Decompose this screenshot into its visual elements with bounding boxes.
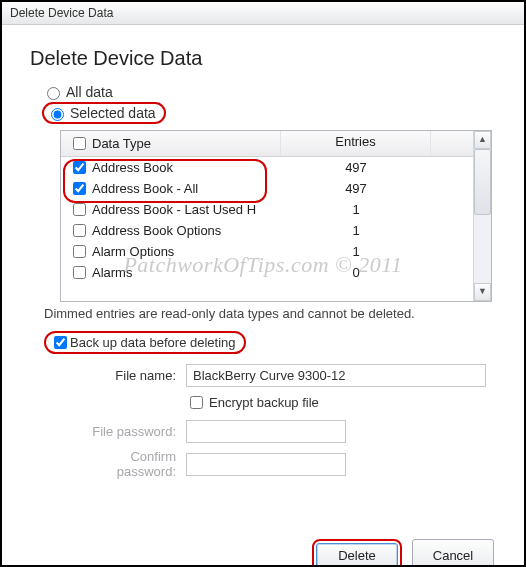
highlight-delete-button: Delete [312, 539, 402, 567]
backup-before-delete-checkbox[interactable]: Back up data before deleting [50, 333, 236, 352]
file-password-input [186, 420, 346, 443]
row-label: Address Book - Last Used H [92, 202, 256, 217]
table-row[interactable]: Alarms0 [61, 262, 473, 283]
encrypt-checkbox-label: Encrypt backup file [209, 395, 319, 410]
row-label: Address Book Options [92, 223, 221, 238]
delete-button[interactable]: Delete [316, 543, 398, 567]
scope-selected-radio-input[interactable] [51, 108, 64, 121]
dialog-buttons: Delete Cancel [26, 539, 500, 567]
table-header: Data Type Entries [61, 131, 473, 157]
row-checkbox[interactable] [73, 161, 86, 174]
backup-checkbox-label: Back up data before deleting [70, 335, 236, 350]
scroll-thumb[interactable] [474, 149, 491, 215]
col-header-data-type[interactable]: Data Type [61, 131, 281, 156]
scroll-up-button[interactable]: ▲ [474, 131, 491, 149]
encrypt-checkbox-input[interactable] [190, 396, 203, 409]
scope-all-data-radio[interactable]: All data [42, 84, 500, 100]
row-entries: 1 [281, 243, 431, 260]
row-checkbox[interactable] [73, 203, 86, 216]
row-label: Address Book [92, 160, 173, 175]
row-entries: 1 [281, 201, 431, 218]
row-entries: 497 [281, 159, 431, 176]
row-entries: 1 [281, 222, 431, 239]
window-titlebar: Delete Device Data [2, 2, 524, 25]
confirm-password-input [186, 453, 346, 476]
data-types-table: Data Type Entries Address Book497Address… [60, 130, 492, 302]
table-row[interactable]: Address Book Options1 [61, 220, 473, 241]
scope-selected-label: Selected data [70, 105, 156, 121]
file-name-input[interactable] [186, 364, 486, 387]
file-password-label: File password: [76, 424, 186, 439]
scroll-track[interactable] [474, 215, 491, 283]
scroll-down-button[interactable]: ▼ [474, 283, 491, 301]
file-name-row: File name: [76, 364, 500, 387]
confirm-password-row: Confirm password: [76, 449, 500, 479]
select-all-checkbox[interactable] [73, 137, 86, 150]
row-checkbox[interactable] [73, 182, 86, 195]
scope-selected-data-radio[interactable]: Selected data [46, 105, 156, 121]
table-row[interactable]: Address Book - All497 [61, 178, 473, 199]
file-password-row: File password: [76, 420, 500, 443]
col-header-entries[interactable]: Entries [281, 131, 431, 156]
table-row[interactable]: Address Book497 [61, 157, 473, 178]
row-checkbox[interactable] [73, 266, 86, 279]
highlight-selected-data: Selected data [42, 102, 166, 124]
encrypt-backup-checkbox[interactable]: Encrypt backup file [186, 393, 319, 412]
row-checkbox[interactable] [73, 245, 86, 258]
row-label: Alarms [92, 265, 132, 280]
window-title: Delete Device Data [10, 6, 113, 20]
cancel-button[interactable]: Cancel [412, 539, 494, 567]
scope-all-radio-input[interactable] [47, 87, 60, 100]
row-checkbox[interactable] [73, 224, 86, 237]
scope-all-label: All data [66, 84, 113, 100]
row-entries: 0 [281, 264, 431, 281]
table-scrollbar[interactable]: ▲ ▼ [473, 131, 491, 301]
row-label: Alarm Options [92, 244, 174, 259]
col-header-extra [431, 131, 473, 156]
backup-checkbox-input[interactable] [54, 336, 67, 349]
highlight-backup-checkbox: Back up data before deleting [44, 331, 246, 354]
dialog-content: Delete Device Data All data Selected dat… [2, 25, 524, 567]
file-name-label: File name: [76, 368, 186, 383]
row-label: Address Book - All [92, 181, 198, 196]
row-entries: 497 [281, 180, 431, 197]
confirm-password-label: Confirm password: [76, 449, 186, 479]
page-title: Delete Device Data [30, 47, 500, 70]
table-row[interactable]: Address Book - Last Used H1 [61, 199, 473, 220]
readonly-note: Dimmed entries are read-only data types … [44, 306, 492, 321]
table-row[interactable]: Alarm Options1 [61, 241, 473, 262]
